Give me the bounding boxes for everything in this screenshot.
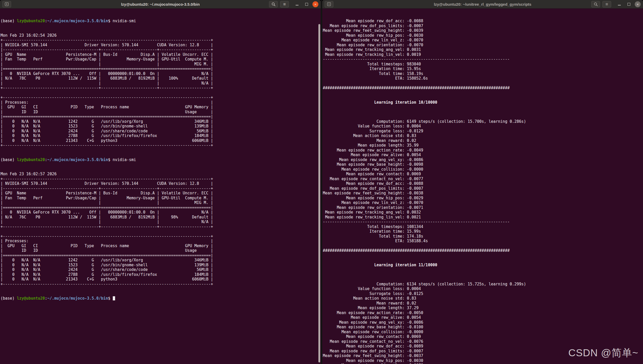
maximize-button[interactable] <box>625 1 632 7</box>
scrollbar-thumb[interactable] <box>318 24 320 362</box>
close-button[interactable]: × <box>635 1 641 7</box>
close-icon: × <box>314 2 317 6</box>
menu-icon: ≡ <box>605 2 608 6</box>
new-tab-icon: + <box>327 2 331 6</box>
left-terminal-screen[interactable]: (base) lzy@ubuntu20:~/.mujoco/mujoco-3.5… <box>0 9 321 364</box>
window-title: lzy@ubuntu20: ~/.mujoco/mujoco-3.5.0/bin <box>121 2 200 6</box>
nvidia-smi-output-1: Mon Feb 23 16:02:54 2026 +--------------… <box>1 33 321 148</box>
new-tab-button[interactable]: + <box>325 1 333 7</box>
shell-prompt-active: (base) lzy@ubuntu20:~/.mujoco/mujoco-3.5… <box>1 296 321 301</box>
desktop: + lzy@ubuntu20: ~/.mujoco/mujoco-3.5.0/b… <box>0 0 643 364</box>
menu-icon: ≡ <box>283 2 286 6</box>
left-titlebar[interactable]: + lzy@ubuntu20: ~/.mujoco/mujoco-3.5.0/b… <box>0 0 321 9</box>
shell-prompt-1: (base) lzy@ubuntu20:~/.mujoco/mujoco-3.5… <box>1 19 321 24</box>
command-text: nvidia-smi <box>113 19 136 23</box>
text-cursor-block <box>113 296 115 300</box>
search-button[interactable] <box>269 1 278 7</box>
search-icon <box>594 2 598 6</box>
training-log-iteration-10: Computation: 6149 steps/s (collection: 1… <box>323 114 643 253</box>
menu-button[interactable]: ≡ <box>280 1 289 7</box>
training-log-tail: Mean episode rew_dof_acc: -0.0088 Mean e… <box>323 19 643 90</box>
right-terminal-screen[interactable]: Mean episode rew_dof_acc: -0.0088 Mean e… <box>322 9 643 364</box>
right-window-controls: ≡ × <box>591 1 641 7</box>
window-title: lzy@ubuntu20: ~/unitree_rl_gym/legged_gy… <box>434 2 532 6</box>
nvidia-smi-output-2: Mon Feb 23 16:02:57 2026 +--------------… <box>1 172 321 286</box>
learning-iteration-heading-11: Learning iteration 11/10000 <box>323 263 643 268</box>
maximize-icon <box>305 3 308 6</box>
terminal-window-mujoco: + lzy@ubuntu20: ~/.mujoco/mujoco-3.5.0/b… <box>0 0 321 364</box>
new-tab-icon: + <box>5 2 9 6</box>
terminal-window-legged-gym: + lzy@ubuntu20: ~/unitree_rl_gym/legged_… <box>322 0 643 364</box>
search-button[interactable] <box>591 1 600 7</box>
learning-iteration-heading-10: Learning iteration 10/10000 <box>323 100 643 105</box>
watermark: CSDN @简单~ <box>568 346 638 360</box>
minimize-icon <box>618 5 621 5</box>
minimize-button[interactable] <box>293 1 301 7</box>
new-tab-button[interactable]: + <box>2 1 11 7</box>
maximize-icon <box>627 3 630 6</box>
minimize-button[interactable] <box>616 1 623 7</box>
close-button[interactable]: × <box>312 1 318 7</box>
maximize-button[interactable] <box>303 1 310 7</box>
menu-button[interactable]: ≡ <box>602 1 611 7</box>
shell-prompt-2: (base) lzy@ubuntu20:~/.mujoco/mujoco-3.5… <box>1 157 321 162</box>
command-text: nvidia-smi <box>113 157 136 162</box>
close-icon: × <box>637 2 639 6</box>
right-titlebar[interactable]: + lzy@ubuntu20: ~/unitree_rl_gym/legged_… <box>322 0 643 9</box>
minimize-icon <box>296 5 298 5</box>
left-window-controls: ≡ × <box>269 1 318 7</box>
search-icon <box>272 2 275 6</box>
